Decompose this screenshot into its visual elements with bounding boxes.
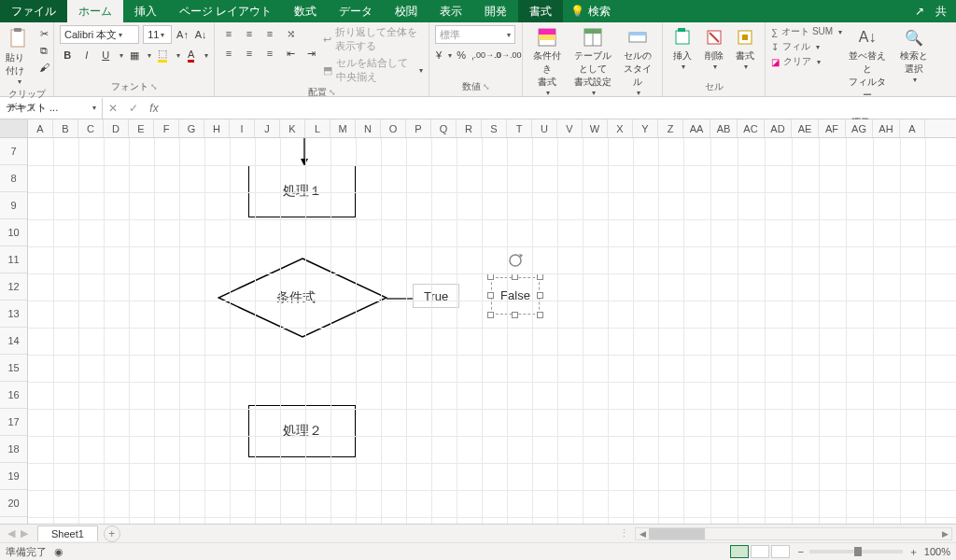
search-button[interactable]: 💡 検索 [570,0,611,22]
column-header[interactable]: U [532,119,557,137]
row-header[interactable]: 15 [0,355,27,382]
align-top-icon[interactable]: ≡ [220,25,237,42]
resize-handle[interactable] [512,273,518,280]
bold-button[interactable]: B [60,47,76,63]
name-box[interactable]: テキスト ... ▾ [0,98,103,119]
zoom-level[interactable]: 100% [924,546,950,557]
fill-button[interactable]: ↧フィル▾ [771,40,842,53]
fx-icon[interactable]: fx [144,102,164,115]
conditional-format-button[interactable]: 条件付き 書式▾ [528,25,566,97]
currency-icon[interactable]: ¥ [435,47,443,63]
tab-developer[interactable]: 開発 [473,0,518,22]
resize-handle[interactable] [537,273,543,280]
column-header[interactable]: AG [846,119,873,137]
wrap-text-button[interactable]: ↩ 折り返して全体を表示する [323,25,423,53]
row-header[interactable]: 10 [0,219,27,246]
column-header[interactable]: B [53,119,78,137]
align-bottom-icon[interactable]: ≡ [261,25,278,42]
increase-decimal-icon[interactable]: .00→.0 [479,47,496,63]
column-header[interactable]: G [179,119,204,137]
row-header[interactable]: 20 [0,490,27,517]
view-page-layout-button[interactable] [751,545,769,558]
resize-handle[interactable] [512,312,518,318]
tab-home[interactable]: ホーム [67,0,123,22]
select-all-corner[interactable] [0,119,28,137]
row-header[interactable]: 12 [0,273,27,301]
merge-center-button[interactable]: ⬒ セルを結合して中央揃え▾ [323,56,423,84]
share-icon[interactable]: ↗ [915,5,924,18]
tab-formulas[interactable]: 数式 [283,0,328,22]
font-name-select[interactable]: Calibri 本文▾ [60,25,139,44]
column-header[interactable]: P [406,119,431,137]
rotate-handle-icon[interactable] [508,253,523,268]
scroll-right-icon[interactable]: ▶ [938,528,951,539]
copy-icon[interactable]: ⧉ [35,42,52,59]
column-header[interactable]: O [381,119,406,137]
row-header[interactable]: 18 [0,436,27,463]
row-header[interactable]: 7 [0,138,27,165]
tab-file[interactable]: ファイル [0,0,67,22]
column-header[interactable]: K [280,119,305,137]
column-header[interactable]: C [78,119,104,137]
format-as-table-button[interactable]: テーブルとして 書式設定▾ [569,25,616,97]
column-header[interactable]: H [204,119,230,137]
splitter-icon[interactable]: ⋮ [619,527,629,539]
clear-button[interactable]: ◪クリア▾ [771,55,842,68]
row-header[interactable]: 19 [0,463,27,490]
column-header[interactable]: T [507,119,532,137]
find-select-button[interactable]: 🔍 検索と 選択▾ [893,25,935,110]
increase-font-icon[interactable]: A↑ [176,26,190,43]
zoom-slider[interactable] [809,550,903,553]
resize-handle[interactable] [487,292,494,299]
underline-button[interactable]: U [98,47,114,63]
row-header[interactable]: 16 [0,382,27,409]
sort-filter-button[interactable]: A↓ 並べ替えと フィルター▾ [846,25,889,110]
align-left-icon[interactable]: ≡ [220,45,237,62]
sheet-tab-sheet1[interactable]: Sheet1 [37,525,98,541]
zoom-out-button[interactable]: − [797,546,803,557]
tab-review[interactable]: 校閲 [384,0,429,22]
paste-button[interactable]: 貼り付け ▾ [6,25,32,86]
tab-insert[interactable]: 挿入 [123,0,168,22]
column-header[interactable]: AB [710,119,738,137]
column-header[interactable]: S [482,119,507,137]
delete-cells-button[interactable]: 削除▾ [700,25,728,78]
column-header[interactable]: J [255,119,280,137]
column-header[interactable]: M [330,119,356,137]
font-size-select[interactable]: 11▾ [143,25,172,44]
format-cells-button[interactable]: 書式▾ [731,25,759,78]
add-sheet-button[interactable]: + [104,525,120,542]
sheet-nav-next-icon[interactable]: ▶ [21,527,28,539]
scroll-left-icon[interactable]: ◀ [636,528,649,539]
macro-record-icon[interactable]: ◉ [54,546,63,558]
format-painter-icon[interactable]: 🖌 [35,59,52,76]
column-header[interactable]: L [305,119,330,137]
column-header[interactable]: Y [633,119,658,137]
row-header[interactable]: 9 [0,192,27,219]
italic-button[interactable]: I [79,47,95,63]
enter-icon[interactable]: ✓ [123,102,144,115]
resize-handle[interactable] [487,273,494,280]
column-header[interactable]: Z [658,119,683,137]
orientation-icon[interactable]: ⤭ [282,25,299,42]
autosum-button[interactable]: ∑オート SUM▾ [771,25,842,38]
tab-data[interactable]: データ [328,0,384,22]
column-header[interactable]: N [356,119,381,137]
tab-format[interactable]: 書式 [518,0,563,22]
align-middle-icon[interactable]: ≡ [241,25,258,42]
resize-handle[interactable] [487,312,494,318]
tab-pagelayout[interactable]: ページ レイアウト [168,0,283,22]
cells-canvas[interactable]: 処理１ 条件式 True False [28,138,956,524]
zoom-in-button[interactable]: ＋ [908,545,919,559]
column-header[interactable]: E [129,119,154,137]
row-header[interactable]: 17 [0,409,27,436]
column-header[interactable]: Q [431,119,457,137]
fill-color-icon[interactable]: ⬚ [155,47,171,63]
align-center-icon[interactable]: ≡ [241,45,258,62]
column-header[interactable]: A [28,119,53,137]
row-header[interactable]: 11 [0,246,27,273]
column-header[interactable]: W [583,119,608,137]
column-header[interactable]: AF [819,119,846,137]
column-header[interactable]: I [230,119,255,137]
flowchart-process-2[interactable]: 処理２ [248,405,356,457]
